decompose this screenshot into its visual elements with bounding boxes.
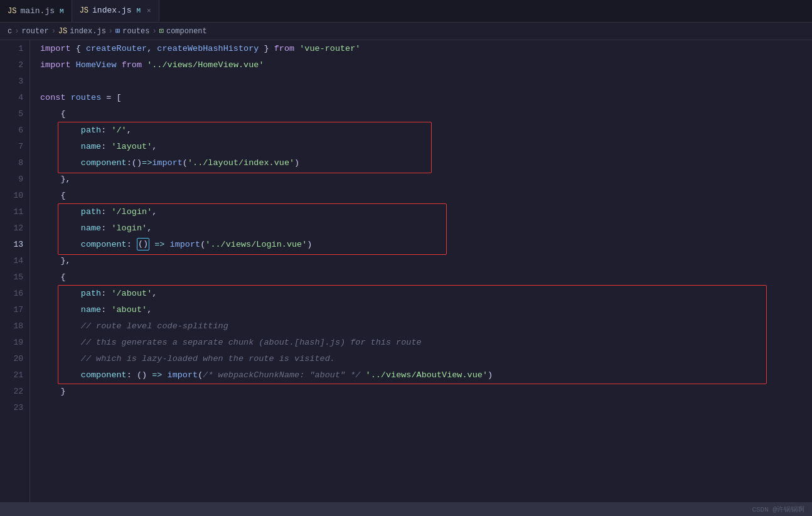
line-num-17: 17 bbox=[0, 301, 29, 318]
line-num-20: 20 bbox=[0, 350, 29, 367]
code-line-7: name: 'layout', bbox=[40, 138, 812, 154]
breadcrumb-c: c bbox=[8, 27, 12, 36]
line-num-4: 4 bbox=[0, 89, 29, 105]
code-area[interactable]: import { createRouter, createWebHashHist… bbox=[30, 40, 812, 502]
line-num-14: 14 bbox=[0, 252, 29, 269]
code-line-5: { bbox=[40, 105, 812, 122]
editor: 1 2 3 4 5 6 7 8 9 10 11 12 💡 13 14 15 16… bbox=[0, 40, 812, 502]
line-num-2: 2 bbox=[0, 56, 29, 73]
code-line-20: // which is lazy-loaded when the route i… bbox=[40, 350, 812, 367]
code-line-13: component: () => import('../views/Login.… bbox=[40, 236, 812, 252]
code-line-2: import HomeView from '../views/HomeView.… bbox=[40, 56, 812, 73]
line-num-10: 10 bbox=[0, 187, 29, 203]
tab-close-index-js[interactable]: ✕ bbox=[147, 6, 151, 14]
line-num-7: 7 bbox=[0, 138, 29, 154]
tab-bar: JS main.js M JS index.js M ✕ bbox=[0, 0, 812, 23]
breadcrumb-indexjs[interactable]: index.js bbox=[70, 27, 106, 36]
code-line-23 bbox=[40, 399, 812, 416]
code-line-15: { bbox=[40, 269, 812, 285]
breadcrumb-sep-1: › bbox=[14, 27, 19, 36]
line-num-1: 1 bbox=[0, 40, 29, 56]
code-line-6: path: '/', bbox=[40, 122, 812, 138]
line-num-13: 💡 13 bbox=[0, 236, 29, 252]
breadcrumb-router[interactable]: router bbox=[21, 27, 48, 36]
code-line-21: component: () => import(/* webpackChunkN… bbox=[40, 367, 812, 383]
breadcrumb: c › router › JS index.js › ⊞ routes › ⊡ … bbox=[0, 23, 812, 40]
tab-icon-index-js: JS bbox=[80, 6, 88, 15]
line-num-19: 19 bbox=[0, 334, 29, 350]
breadcrumb-js-icon: JS bbox=[58, 27, 67, 36]
code-line-1: import { createRouter, createWebHashHist… bbox=[40, 40, 812, 56]
code-line-16: path: '/about', bbox=[40, 285, 812, 301]
code-line-17: name: 'about', bbox=[40, 301, 812, 318]
tab-index-js[interactable]: JS index.js M ✕ bbox=[72, 0, 159, 22]
line-num-3: 3 bbox=[0, 73, 29, 89]
line-num-16: 16 bbox=[0, 285, 29, 301]
code-line-14: }, bbox=[40, 252, 812, 269]
tab-modified-main-js: M bbox=[60, 8, 64, 15]
line-num-18: 18 bbox=[0, 318, 29, 334]
code-line-19: // this generates a separate chunk (abou… bbox=[40, 334, 812, 350]
breadcrumb-sep-4: › bbox=[152, 27, 157, 36]
code-line-8: component:()=>import('../layout/index.vu… bbox=[40, 154, 812, 171]
code-line-11: path: '/login', bbox=[40, 203, 812, 220]
tab-label-main-js: main.js bbox=[20, 6, 55, 16]
breadcrumb-sep-2: › bbox=[51, 27, 56, 36]
code-line-22: } bbox=[40, 383, 812, 399]
line-num-8: 8 bbox=[0, 154, 29, 171]
code-line-9: }, bbox=[40, 171, 812, 187]
breadcrumb-sep-3: › bbox=[109, 27, 113, 36]
breadcrumb-component-icon: ⊡ bbox=[159, 26, 164, 36]
line-num-12: 12 bbox=[0, 220, 29, 236]
line-num-9: 9 bbox=[0, 171, 29, 187]
line-num-6: 6 bbox=[0, 122, 29, 138]
line-num-21: 21 bbox=[0, 367, 29, 383]
line-num-22: 22 bbox=[0, 383, 29, 399]
code-line-12: name: 'login', bbox=[40, 220, 812, 236]
line-num-5: 5 bbox=[0, 105, 29, 122]
line-num-15: 15 bbox=[0, 269, 29, 285]
code-line-4: const routes = [ bbox=[40, 89, 812, 105]
code-line-3 bbox=[40, 73, 812, 89]
breadcrumb-routes[interactable]: routes bbox=[122, 27, 149, 36]
code-line-10: { bbox=[40, 187, 812, 203]
status-bar: CSDN @许锅锅啊 bbox=[0, 502, 812, 516]
tab-label-index-js: index.js bbox=[92, 6, 131, 15]
line-num-11: 11 bbox=[0, 203, 29, 220]
code-line-18: // route level code-splitting bbox=[40, 318, 812, 334]
status-right: CSDN @许锅锅啊 bbox=[752, 505, 804, 514]
tab-icon-main-js: JS bbox=[8, 7, 16, 16]
tab-modified-index-js: M bbox=[136, 7, 141, 14]
line-num-23: 23 bbox=[0, 399, 29, 416]
breadcrumb-component[interactable]: component bbox=[166, 27, 207, 36]
line-numbers: 1 2 3 4 5 6 7 8 9 10 11 12 💡 13 14 15 16… bbox=[0, 40, 30, 502]
lightbulb-icon[interactable]: 💡 bbox=[0, 240, 1, 249]
breadcrumb-routes-icon: ⊞ bbox=[115, 26, 120, 36]
tab-main-js[interactable]: JS main.js M bbox=[0, 0, 72, 22]
